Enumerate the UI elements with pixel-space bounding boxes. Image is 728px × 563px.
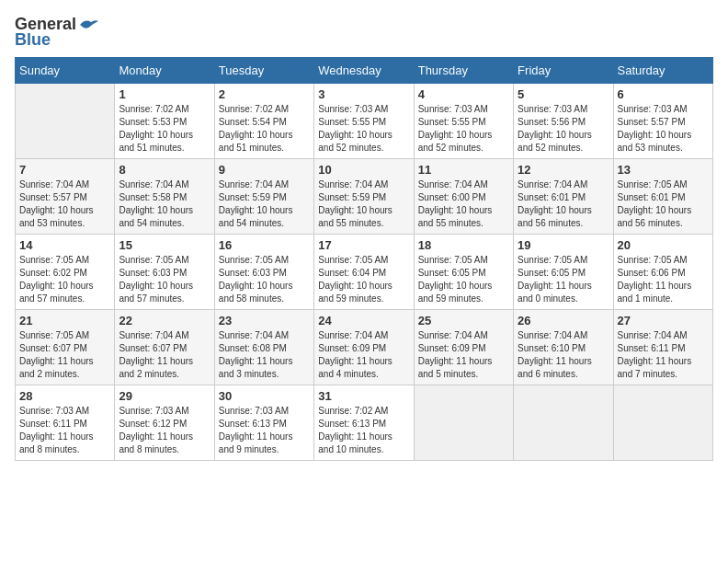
day-info: Sunrise: 7:03 AM Sunset: 5:56 PM Dayligh… xyxy=(518,103,609,155)
day-info: Sunrise: 7:05 AM Sunset: 6:05 PM Dayligh… xyxy=(418,254,509,305)
calendar-cell xyxy=(613,385,712,461)
day-number: 12 xyxy=(518,163,609,177)
calendar-cell: 4Sunrise: 7:03 AM Sunset: 5:55 PM Daylig… xyxy=(414,84,513,159)
day-number: 13 xyxy=(618,163,709,177)
day-number: 2 xyxy=(219,87,310,101)
day-number: 22 xyxy=(119,314,210,327)
day-info: Sunrise: 7:05 AM Sunset: 6:02 PM Dayligh… xyxy=(19,254,110,305)
day-header-wednesday: Wednesday xyxy=(314,58,414,84)
day-number: 3 xyxy=(318,87,409,101)
calendar-cell: 2Sunrise: 7:02 AM Sunset: 5:54 PM Daylig… xyxy=(214,84,313,159)
day-info: Sunrise: 7:05 AM Sunset: 6:06 PM Dayligh… xyxy=(618,254,709,305)
day-info: Sunrise: 7:04 AM Sunset: 6:07 PM Dayligh… xyxy=(119,329,210,381)
calendar-cell: 24Sunrise: 7:04 AM Sunset: 6:09 PM Dayli… xyxy=(314,310,414,385)
day-number: 29 xyxy=(119,389,210,403)
day-info: Sunrise: 7:05 AM Sunset: 6:04 PM Dayligh… xyxy=(318,254,409,305)
day-number: 23 xyxy=(219,314,310,327)
day-info: Sunrise: 7:05 AM Sunset: 6:05 PM Dayligh… xyxy=(518,254,609,305)
day-info: Sunrise: 7:04 AM Sunset: 5:59 PM Dayligh… xyxy=(219,178,310,230)
calendar-cell: 26Sunrise: 7:04 AM Sunset: 6:10 PM Dayli… xyxy=(514,310,613,385)
calendar-cell: 23Sunrise: 7:04 AM Sunset: 6:08 PM Dayli… xyxy=(214,310,313,385)
calendar-cell: 16Sunrise: 7:05 AM Sunset: 6:03 PM Dayli… xyxy=(214,235,313,310)
day-number: 10 xyxy=(318,163,409,177)
day-info: Sunrise: 7:04 AM Sunset: 5:57 PM Dayligh… xyxy=(19,178,110,230)
day-info: Sunrise: 7:02 AM Sunset: 5:54 PM Dayligh… xyxy=(219,103,310,155)
day-number: 11 xyxy=(418,163,509,177)
day-header-sunday: Sunday xyxy=(16,58,115,84)
day-number: 6 xyxy=(618,87,709,101)
day-info: Sunrise: 7:05 AM Sunset: 6:03 PM Dayligh… xyxy=(219,254,310,305)
day-number: 24 xyxy=(318,314,409,327)
day-header-tuesday: Tuesday xyxy=(214,58,313,84)
day-info: Sunrise: 7:04 AM Sunset: 6:09 PM Dayligh… xyxy=(418,329,509,381)
logo-blue-text: Blue xyxy=(15,30,51,50)
day-number: 17 xyxy=(318,238,409,252)
calendar-cell: 15Sunrise: 7:05 AM Sunset: 6:03 PM Dayli… xyxy=(115,235,214,310)
calendar-cell: 19Sunrise: 7:05 AM Sunset: 6:05 PM Dayli… xyxy=(514,235,613,310)
day-number: 5 xyxy=(518,87,609,101)
day-info: Sunrise: 7:05 AM Sunset: 6:07 PM Dayligh… xyxy=(19,329,110,381)
day-number: 21 xyxy=(19,314,110,327)
day-info: Sunrise: 7:05 AM Sunset: 6:03 PM Dayligh… xyxy=(119,254,210,305)
calendar-cell: 1Sunrise: 7:02 AM Sunset: 5:53 PM Daylig… xyxy=(115,84,214,159)
day-info: Sunrise: 7:03 AM Sunset: 5:57 PM Dayligh… xyxy=(618,103,709,155)
logo-bird-icon xyxy=(78,17,98,33)
day-info: Sunrise: 7:02 AM Sunset: 6:13 PM Dayligh… xyxy=(318,405,409,456)
calendar-cell: 14Sunrise: 7:05 AM Sunset: 6:02 PM Dayli… xyxy=(16,235,115,310)
calendar-cell xyxy=(16,84,115,159)
day-number: 20 xyxy=(618,238,709,252)
day-number: 1 xyxy=(119,87,210,101)
day-info: Sunrise: 7:03 AM Sunset: 6:12 PM Dayligh… xyxy=(119,405,210,456)
calendar-cell: 8Sunrise: 7:04 AM Sunset: 5:58 PM Daylig… xyxy=(115,159,214,235)
calendar-cell: 21Sunrise: 7:05 AM Sunset: 6:07 PM Dayli… xyxy=(16,310,115,385)
calendar-cell: 22Sunrise: 7:04 AM Sunset: 6:07 PM Dayli… xyxy=(115,310,214,385)
day-number: 16 xyxy=(219,238,310,252)
day-number: 18 xyxy=(418,238,509,252)
calendar-cell: 5Sunrise: 7:03 AM Sunset: 5:56 PM Daylig… xyxy=(514,84,613,159)
calendar-cell: 20Sunrise: 7:05 AM Sunset: 6:06 PM Dayli… xyxy=(613,235,712,310)
day-header-saturday: Saturday xyxy=(613,58,712,84)
day-number: 25 xyxy=(418,314,509,327)
calendar-cell: 12Sunrise: 7:04 AM Sunset: 6:01 PM Dayli… xyxy=(514,159,613,235)
day-info: Sunrise: 7:04 AM Sunset: 6:11 PM Dayligh… xyxy=(618,329,709,381)
day-info: Sunrise: 7:04 AM Sunset: 5:59 PM Dayligh… xyxy=(318,178,409,230)
calendar-cell: 6Sunrise: 7:03 AM Sunset: 5:57 PM Daylig… xyxy=(613,84,712,159)
calendar-table: SundayMondayTuesdayWednesdayThursdayFrid… xyxy=(15,57,713,461)
calendar-cell: 7Sunrise: 7:04 AM Sunset: 5:57 PM Daylig… xyxy=(16,159,115,235)
day-header-thursday: Thursday xyxy=(414,58,513,84)
day-header-friday: Friday xyxy=(514,58,613,84)
day-header-monday: Monday xyxy=(115,58,214,84)
calendar-cell: 28Sunrise: 7:03 AM Sunset: 6:11 PM Dayli… xyxy=(16,385,115,461)
day-info: Sunrise: 7:04 AM Sunset: 6:01 PM Dayligh… xyxy=(518,178,609,230)
day-number: 8 xyxy=(119,163,210,177)
day-number: 27 xyxy=(618,314,709,327)
day-info: Sunrise: 7:05 AM Sunset: 6:01 PM Dayligh… xyxy=(618,178,709,230)
day-number: 28 xyxy=(19,389,110,403)
logo: General Blue xyxy=(15,15,98,50)
day-number: 9 xyxy=(219,163,310,177)
day-number: 7 xyxy=(19,163,110,177)
day-info: Sunrise: 7:04 AM Sunset: 6:00 PM Dayligh… xyxy=(418,178,509,230)
day-number: 14 xyxy=(19,238,110,252)
day-info: Sunrise: 7:03 AM Sunset: 6:11 PM Dayligh… xyxy=(19,405,110,456)
day-info: Sunrise: 7:02 AM Sunset: 5:53 PM Dayligh… xyxy=(119,103,210,155)
day-info: Sunrise: 7:04 AM Sunset: 5:58 PM Dayligh… xyxy=(119,178,210,230)
calendar-cell: 18Sunrise: 7:05 AM Sunset: 6:05 PM Dayli… xyxy=(414,235,513,310)
day-info: Sunrise: 7:03 AM Sunset: 6:13 PM Dayligh… xyxy=(219,405,310,456)
calendar-cell: 17Sunrise: 7:05 AM Sunset: 6:04 PM Dayli… xyxy=(314,235,414,310)
calendar-cell: 29Sunrise: 7:03 AM Sunset: 6:12 PM Dayli… xyxy=(115,385,214,461)
calendar-cell: 25Sunrise: 7:04 AM Sunset: 6:09 PM Dayli… xyxy=(414,310,513,385)
day-info: Sunrise: 7:04 AM Sunset: 6:10 PM Dayligh… xyxy=(518,329,609,381)
day-number: 31 xyxy=(318,389,409,403)
day-number: 19 xyxy=(518,238,609,252)
calendar-cell: 31Sunrise: 7:02 AM Sunset: 6:13 PM Dayli… xyxy=(314,385,414,461)
day-number: 4 xyxy=(418,87,509,101)
day-info: Sunrise: 7:04 AM Sunset: 6:08 PM Dayligh… xyxy=(219,329,310,381)
day-info: Sunrise: 7:04 AM Sunset: 6:09 PM Dayligh… xyxy=(318,329,409,381)
calendar-cell: 11Sunrise: 7:04 AM Sunset: 6:00 PM Dayli… xyxy=(414,159,513,235)
calendar-cell: 9Sunrise: 7:04 AM Sunset: 5:59 PM Daylig… xyxy=(214,159,313,235)
calendar-cell: 3Sunrise: 7:03 AM Sunset: 5:55 PM Daylig… xyxy=(314,84,414,159)
calendar-cell xyxy=(414,385,513,461)
calendar-cell xyxy=(514,385,613,461)
calendar-cell: 13Sunrise: 7:05 AM Sunset: 6:01 PM Dayli… xyxy=(613,159,712,235)
